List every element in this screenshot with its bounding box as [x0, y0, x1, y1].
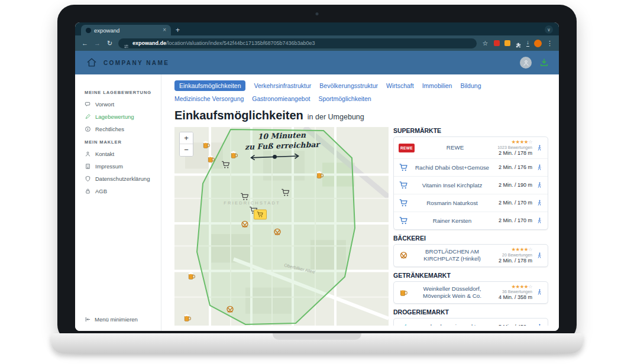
stars-on: ★★★★ — [511, 139, 528, 145]
walking-icon — [536, 323, 543, 326]
cart-icon — [399, 216, 409, 226]
place-distance: 2 Min. / 176 m — [499, 164, 532, 171]
place-row[interactable]: Vitamin Insel Kirchplatz 2 Min. / 190 m — [394, 177, 548, 194]
sidebar-item-label: Vorwort — [95, 101, 114, 108]
tab-bevoelkerungsstruktur[interactable]: Bevölkerungsstruktur — [319, 82, 378, 89]
sidebar-section-title: MEINE LAGEBEWERTUNG — [85, 90, 161, 95]
map-marker-pretzel[interactable] — [225, 305, 235, 315]
walking-icon — [536, 288, 543, 297]
zoom-out-button[interactable]: − — [180, 144, 193, 156]
tab-verkehrsinfrastruktur[interactable]: Verkehrsinfrastruktur — [254, 82, 311, 89]
forward-icon[interactable]: → — [93, 40, 101, 47]
sidebar-item-datenschutz[interactable]: Datenschutzerklärung — [85, 176, 161, 182]
map[interactable]: + − 10 Minuten zu Fuß erreichbar — [174, 127, 389, 326]
sidebar-item-label: Rechtliches — [95, 126, 124, 132]
place-distance: 5 Min. / 452 m — [499, 324, 532, 326]
tab-close-icon[interactable]: × — [163, 27, 166, 33]
drugstore-card: dm-drogerie markt 5 Min. / 452 m — [393, 318, 548, 326]
map-marker-pretzel[interactable] — [240, 219, 250, 229]
export-download-icon[interactable] — [539, 57, 549, 68]
person-icon — [85, 151, 91, 157]
tab-search-icon[interactable]: ∨ — [545, 25, 553, 34]
extension-icon-2[interactable] — [504, 40, 510, 46]
map-marker-beer[interactable] — [206, 154, 216, 164]
sidebar-item-vorwort[interactable]: Vorwort — [85, 101, 161, 108]
browser-tabstrip: expowand × + ∨ — [75, 22, 559, 35]
back-icon[interactable]: ← — [81, 40, 89, 47]
place-distance: 2 Min. / 178 m — [499, 258, 532, 264]
sidebar-item-lagebewertung[interactable]: Lagebewertung — [85, 113, 161, 120]
section-title-supermaerkte: SUPERMÄRKTE — [393, 127, 548, 134]
tab-immobilien[interactable]: Immobilien — [422, 82, 452, 89]
section-title-baeckerei: BÄCKEREI — [393, 235, 548, 242]
sidebar: MEINE LAGEBEWERTUNG Vorwort Lagebewertun… — [75, 74, 161, 331]
extensions-puzzle-icon[interactable] — [515, 40, 522, 47]
page-heading: Einkaufsmöglichkeiten in der Umgebung — [174, 109, 546, 122]
page-title: Einkaufsmöglichkeiten — [174, 109, 303, 122]
laptop-base-notch — [273, 333, 361, 340]
walking-icon — [536, 163, 543, 172]
rating-stars: ★★★★☆ — [511, 284, 532, 290]
building-icon — [85, 163, 91, 170]
sidebar-item-impressum[interactable]: Impressum — [85, 163, 161, 170]
shield-icon — [85, 176, 91, 182]
place-distance: 2 Min. / 170 m — [499, 217, 532, 224]
place-row[interactable]: Rachid Dhabi Obst+Gemüse 2 Min. / 176 m — [394, 159, 548, 177]
place-row[interactable]: BROTLÄDCHEN AM KIRCHPLATZ (Hinkel) ★★★★☆… — [394, 245, 548, 266]
tab-einkaufsmoeglichkeiten[interactable]: Einkaufsmöglichkeiten — [174, 80, 245, 91]
lock-icon — [85, 188, 91, 194]
map-marker-cart-selected[interactable] — [254, 209, 267, 219]
map-marker-beer[interactable] — [183, 313, 192, 323]
zoom-in-button[interactable]: + — [180, 132, 193, 144]
tab-wirtschaft[interactable]: Wirtschaft — [386, 82, 414, 89]
rewe-logo: REWE — [399, 144, 415, 152]
sidebar-item-rechtliches[interactable]: Rechtliches — [85, 126, 161, 132]
minimize-menu-button[interactable]: Menü minimieren — [85, 316, 138, 323]
walking-icon — [536, 144, 543, 152]
site-info-icon[interactable] — [124, 41, 129, 46]
place-name: dm-drogerie markt — [412, 323, 492, 326]
tab-medizinische-versorgung[interactable]: Medizinische Versorgung — [174, 95, 244, 102]
map-marker-pretzel[interactable] — [272, 228, 282, 238]
tab-gastronomieangebot[interactable]: Gastronomieangebot — [252, 95, 310, 102]
laptop-base — [51, 333, 583, 353]
place-name: Weinkeller Düsseldorf, Mövenpick Wein & … — [412, 285, 492, 300]
sidebar-item-agb[interactable]: AGB — [85, 188, 161, 194]
place-row[interactable]: dm-drogerie markt 5 Min. / 452 m — [394, 318, 548, 326]
menu-dots-icon[interactable]: ⋮ — [546, 40, 553, 47]
map-marker-beer[interactable] — [187, 271, 196, 281]
browser-profile-avatar[interactable] — [534, 40, 542, 47]
supermarkets-card: REWE REWE ★★★★☆ 1023 Bewertungen 2 Min. … — [393, 136, 548, 230]
bookmark-star-icon[interactable]: ☆ — [481, 40, 489, 47]
sidebar-item-label: Impressum — [95, 163, 123, 170]
walking-icon — [536, 251, 543, 260]
webcam-dot — [316, 12, 319, 15]
place-distance: 2 Min. / 190 m — [499, 182, 532, 188]
beer-icon — [399, 287, 409, 297]
address-bar[interactable]: expowand.de/locationValuation/index/542f… — [118, 38, 477, 48]
map-marker-cart[interactable] — [240, 191, 250, 202]
beverages-card: Weinkeller Düsseldorf, Mövenpick Wein & … — [393, 281, 548, 304]
tab-title: expowand — [94, 27, 160, 34]
annotation-line2: zu Fuß erreichbar — [245, 139, 320, 152]
new-tab-button[interactable]: + — [176, 27, 180, 34]
map-marker-beer[interactable] — [315, 170, 325, 180]
sidebar-item-kontakt[interactable]: Kontakt — [85, 151, 161, 157]
tab-sportmoeglichkeiten[interactable]: Sportmöglichkeiten — [318, 95, 371, 102]
browser-tab[interactable]: expowand × — [81, 25, 171, 35]
review-count: 20 Bewertungen — [502, 253, 532, 257]
tab-bildung[interactable]: Bildung — [460, 82, 481, 89]
reload-icon[interactable]: ↻ — [106, 40, 114, 47]
place-row[interactable]: Rainer Kersten 2 Min. / 170 m — [394, 212, 548, 229]
place-row[interactable]: Rosmarin Naturkost 2 Min. / 170 m — [394, 194, 548, 212]
map-marker-beer[interactable] — [202, 140, 211, 150]
place-row-rewe[interactable]: REWE REWE ★★★★☆ 1023 Bewertungen 2 Min. … — [394, 137, 548, 159]
user-avatar[interactable] — [520, 57, 532, 69]
place-row[interactable]: Weinkeller Düsseldorf, Mövenpick Wein & … — [394, 282, 548, 303]
collapse-icon — [85, 316, 91, 323]
section-title-drogeriemarkt: DROGERIEMARKT — [393, 308, 548, 316]
stars-off: ☆ — [528, 139, 532, 145]
map-marker-cart[interactable] — [281, 187, 291, 197]
downloads-icon[interactable]: ↓ — [526, 40, 529, 47]
extension-icon-1[interactable] — [494, 40, 500, 46]
